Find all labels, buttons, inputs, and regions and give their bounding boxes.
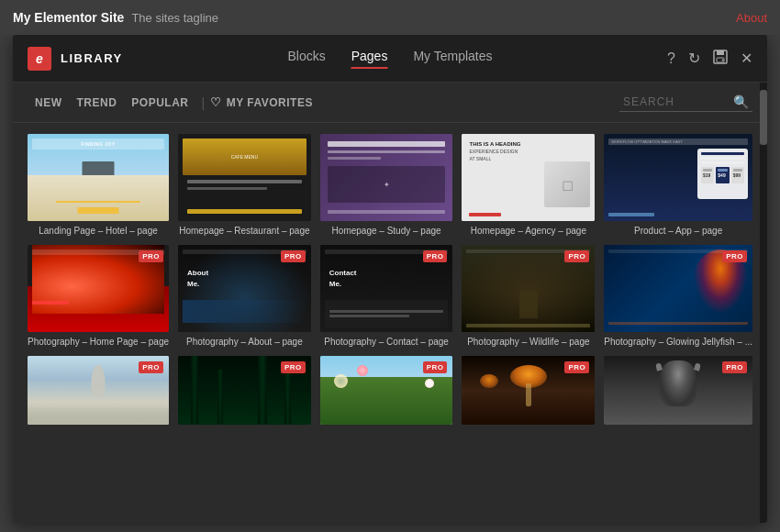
template-item-photo-about[interactable]: PRO AboutMe. Photography – About – page [178, 245, 311, 347]
template-thumb-photo-about: PRO AboutMe. [178, 245, 311, 332]
template-thumb-photo-wildlife: PRO [462, 245, 595, 332]
template-thumb-mushrooms: PRO [462, 356, 595, 425]
pro-badge-dark-forest: PRO [281, 361, 306, 373]
template-name-photo-wildlife: Photography – Wildlife – page [462, 337, 595, 347]
template-item-restaurant[interactable]: CAFE MENU Homepage – Restaurant – page [178, 134, 311, 236]
site-title: My Elementor Site [13, 10, 124, 25]
library-modal: e LIBRARY Blocks Pages My Templates ? ↻ … [13, 35, 767, 523]
filter-trend[interactable]: TREND [70, 93, 125, 113]
filter-bar: NEW TREND POPULAR | ♡ MY FAVORITES 🔍 [13, 83, 767, 123]
template-item-flowers[interactable]: PRO [320, 356, 453, 425]
template-thumb-dark-forest: PRO [178, 356, 311, 425]
template-thumb-photo-jellyfish: PRO [604, 245, 752, 332]
template-thumb-wolf: PRO [604, 356, 752, 425]
template-item-mushrooms[interactable]: PRO [462, 356, 595, 425]
scrollbar-track[interactable] [760, 83, 767, 523]
search-input[interactable] [623, 95, 733, 108]
svg-point-3 [721, 59, 723, 61]
pro-badge-wildlife: PRO [564, 250, 589, 262]
save-icon[interactable] [713, 50, 728, 68]
template-item-app[interactable]: WORKFLOW OPTIMIZATION MADE EASY $19 $49 … [604, 134, 752, 236]
pro-badge-flowers: PRO [423, 361, 448, 373]
svg-rect-1 [717, 50, 724, 55]
template-item-photo-contact[interactable]: PRO ContactMe. Photography – Contact – p… [320, 245, 453, 347]
template-item-wolf[interactable]: PRO [604, 356, 752, 425]
template-item-hotel[interactable]: FINDING JOY Landing Page – Hotel – page [28, 134, 169, 236]
template-grid: FINDING JOY Landing Page – Hotel – page … [28, 134, 752, 425]
template-item-photo-jellyfish[interactable]: PRO Photography – Glowing Jellyfish – ..… [604, 245, 752, 347]
pro-badge-about: PRO [281, 250, 306, 262]
search-area[interactable]: 🔍 [619, 93, 752, 112]
template-item-photo-wildlife[interactable]: PRO Photography – Wildlife – page [462, 245, 595, 347]
elementor-logo: e [28, 47, 51, 71]
template-name-study: Homepage – Study – page [320, 226, 453, 236]
template-name-photo-home: Photography – Home Page – page [28, 337, 169, 347]
search-icon[interactable]: 🔍 [733, 94, 749, 109]
template-thumb-photo-home: PRO [28, 245, 169, 332]
template-name-photo-jellyfish: Photography – Glowing Jellyfish – ... [604, 337, 752, 347]
top-bar: My Elementor Site The sites tagline Abou… [0, 0, 780, 35]
filter-favorites[interactable]: ♡ MY FAVORITES [210, 95, 313, 109]
template-item-photo-home[interactable]: PRO Photography – Home Page – page [28, 245, 169, 347]
template-thumb-restaurant: CAFE MENU [178, 134, 311, 221]
template-thumb-hotel: FINDING JOY [28, 134, 169, 221]
tab-pages[interactable]: Pages [351, 49, 388, 69]
about-link[interactable]: About [736, 11, 767, 25]
close-icon[interactable]: ✕ [741, 50, 752, 67]
tab-my-templates[interactable]: My Templates [413, 49, 492, 69]
help-icon[interactable]: ? [667, 50, 675, 67]
refresh-icon[interactable]: ↻ [688, 50, 700, 67]
tab-blocks[interactable]: Blocks [287, 49, 325, 69]
template-name-photo-contact: Photography – Contact – page [320, 337, 453, 347]
favorites-label: MY FAVORITES [227, 96, 313, 109]
template-name-agency: Homepage – Agency – page [462, 226, 595, 236]
filter-popular[interactable]: POPULAR [124, 93, 195, 113]
template-name-photo-about: Photography – About – page [178, 337, 311, 347]
library-title: LIBRARY [61, 51, 123, 65]
filter-new[interactable]: NEW [28, 93, 70, 113]
pro-badge: PRO [139, 250, 163, 262]
header-tabs: Blocks Pages My Templates [287, 49, 492, 69]
site-tagline: The sites tagline [131, 11, 218, 25]
template-thumb-app: WORKFLOW OPTIMIZATION MADE EASY $19 $49 … [604, 134, 752, 221]
template-name-restaurant: Homepage – Restaurant – page [178, 226, 311, 236]
template-name-app: Product – App – page [604, 226, 752, 236]
heart-icon: ♡ [210, 95, 222, 109]
template-name-hotel: Landing Page – Hotel – page [28, 226, 169, 236]
pro-badge-mushrooms: PRO [564, 361, 589, 373]
pro-badge-contact: PRO [423, 250, 448, 262]
pro-badge-wolf: PRO [722, 361, 747, 373]
template-thumb-bird: PRO [28, 356, 169, 425]
pro-badge-jellyfish: PRO [722, 250, 747, 262]
header-actions: ? ↻ ✕ [667, 50, 752, 68]
template-thumb-study: ✦ [320, 134, 453, 221]
template-thumb-photo-contact: PRO ContactMe. [320, 245, 453, 332]
scrollbar-thumb[interactable] [760, 90, 767, 145]
template-item-agency[interactable]: THIS IS A HEADINGEXPERIENCE DESIGNAT SMA… [462, 134, 595, 236]
template-item-study[interactable]: ✦ Homepage – Study – page [320, 134, 453, 236]
filter-separator: | [202, 95, 206, 110]
elementor-logo-e: e [36, 51, 43, 66]
content-area[interactable]: FINDING JOY Landing Page – Hotel – page … [13, 123, 767, 523]
modal-header: e LIBRARY Blocks Pages My Templates ? ↻ … [13, 35, 767, 83]
pro-badge-bird: PRO [139, 361, 163, 373]
template-item-bird[interactable]: PRO [28, 356, 169, 425]
template-thumb-flowers: PRO [320, 356, 453, 425]
template-item-dark-forest[interactable]: PRO [178, 356, 311, 425]
template-thumb-agency: THIS IS A HEADINGEXPERIENCE DESIGNAT SMA… [462, 134, 595, 221]
